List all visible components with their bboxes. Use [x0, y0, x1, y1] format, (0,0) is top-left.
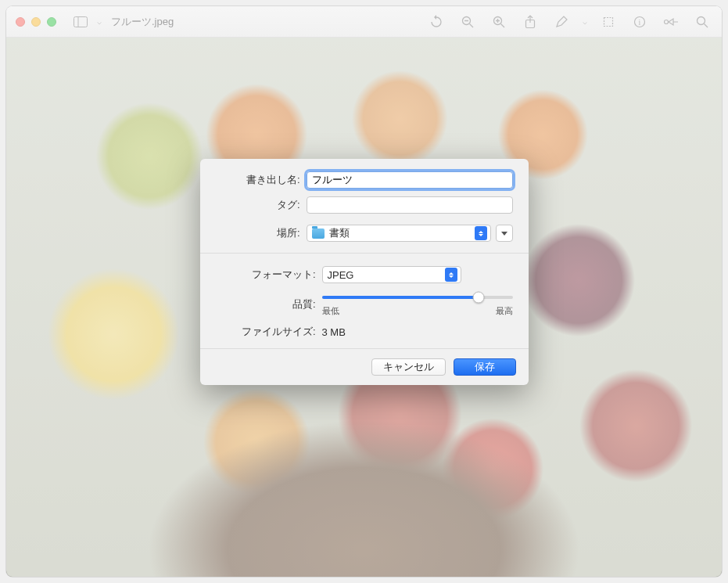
chevron-down-icon [501, 232, 507, 236]
updown-arrows-icon [445, 268, 457, 282]
format-select[interactable]: JPEG [322, 266, 461, 283]
save-button[interactable]: 保存 [454, 358, 516, 376]
updown-arrows-icon [475, 226, 487, 240]
location-label: 場所: [216, 226, 300, 240]
slider-thumb[interactable] [472, 292, 484, 304]
export-name-input[interactable] [307, 171, 513, 189]
preview-window: ⌵ フルーツ.jpeg ⌵ i 書き出し名: [6, 6, 722, 577]
format-label: フォーマット: [216, 268, 316, 282]
location-value: 書類 [329, 226, 350, 240]
tags-input[interactable] [307, 196, 513, 214]
location-select[interactable]: 書類 [307, 225, 491, 242]
export-name-label: 書き出し名: [216, 173, 300, 187]
export-sheet: 書き出し名: タグ: 場所: 書類 [200, 159, 529, 385]
expand-location-button[interactable] [496, 225, 513, 242]
tags-label: タグ: [216, 198, 300, 212]
quality-slider[interactable] [322, 291, 513, 304]
quality-label: 品質: [216, 297, 316, 311]
filesize-value: 3 MB [322, 326, 346, 338]
folder-icon [312, 229, 325, 239]
cancel-button[interactable]: キャンセル [371, 358, 446, 376]
modal-dim-overlay [6, 6, 722, 38]
quality-min-label: 最低 [322, 305, 339, 317]
filesize-label: ファイルサイズ: [216, 325, 316, 339]
quality-max-label: 最高 [496, 305, 513, 317]
format-value: JPEG [328, 269, 354, 281]
